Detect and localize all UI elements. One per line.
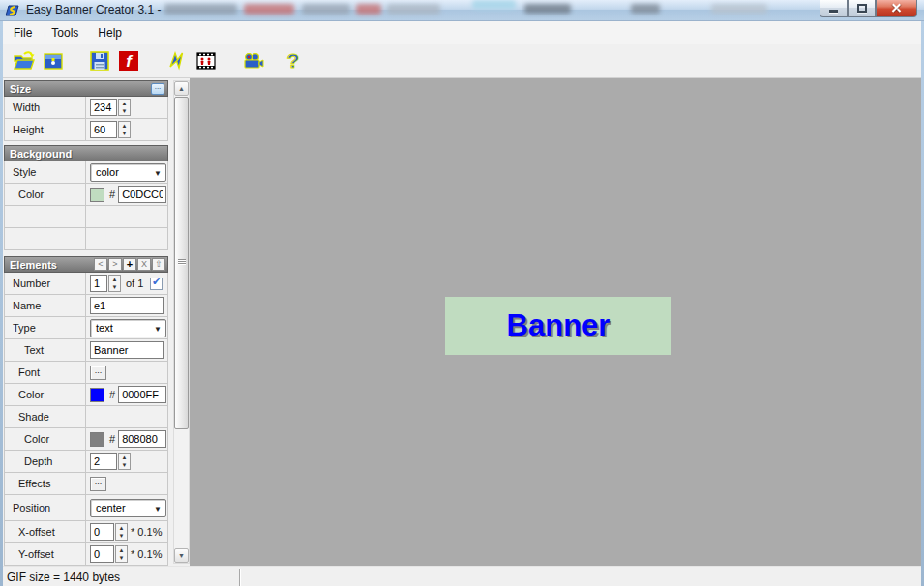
element-delete-button[interactable]: X [137,258,151,271]
maximize-icon [857,4,867,13]
element-next-button[interactable]: > [108,258,122,271]
element-number-input[interactable] [90,275,107,292]
redacted-text-blur [302,4,350,15]
text-color-swatch[interactable] [90,388,104,402]
bg-color-swatch[interactable] [90,188,104,202]
redacted-text-blur [631,4,660,14]
empty-row [4,228,168,250]
element-number-row: Number ▲ ▼ of 1 ✔ [4,273,168,295]
wizard-button[interactable] [40,47,67,74]
spinner-up-icon[interactable]: ▲ [109,276,120,283]
text-color-hex-input[interactable] [118,386,166,403]
x-offset-unit-label: * 0.1% [131,526,162,538]
shade-depth-input[interactable] [90,453,117,470]
element-prev-button[interactable]: < [94,258,107,271]
lightning-icon [165,49,189,73]
element-add-button[interactable]: + [123,258,136,271]
main-content: Size ... Width ▲ ▼ Height ▲ [3,78,921,566]
element-number-spinner: ▲ ▼ [108,275,121,292]
bg-color-hex-input[interactable] [118,186,166,203]
redacted-text-blur [524,4,571,14]
position-dropdown[interactable]: center ▼ [90,499,166,517]
position-label: Position [5,495,86,520]
width-input[interactable] [90,99,117,116]
title-bar[interactable]: Easy Banner Creator 3.1 - [0,0,924,21]
shade-label: Shade [5,406,86,427]
font-label: Font [5,362,86,383]
width-row: Width ▲ ▼ [4,97,168,119]
spinner-down-icon[interactable]: ▼ [119,461,130,469]
element-number-label: Number [5,273,86,294]
font-row: Font ... [4,362,168,384]
height-label: Height [5,119,86,140]
spinner-up-icon[interactable]: ▲ [116,524,127,532]
save-icon [88,49,111,73]
spinner-down-icon[interactable]: ▼ [109,283,120,291]
scroll-down-button[interactable]: ▼ [174,548,189,563]
scrollbar-grip-icon [178,259,186,265]
bg-style-label: Style [5,161,86,183]
y-offset-unit-label: * 0.1% [131,548,162,560]
bg-style-dropdown[interactable]: color ▼ [90,163,166,182]
y-offset-input[interactable] [90,545,114,563]
menu-help[interactable]: Help [89,23,131,43]
help-icon: ? [282,49,305,73]
menu-file[interactable]: File [5,23,41,43]
scroll-up-button[interactable]: ▲ [174,81,189,96]
bg-color-row: Color # [4,184,168,206]
x-offset-row: X-offset ▲ ▼ * 0.1% [4,521,168,543]
save-button[interactable] [86,47,113,74]
banner-preview[interactable]: Banner [445,297,671,355]
element-type-dropdown[interactable]: text ▼ [90,319,166,337]
redacted-text-blur [472,0,516,9]
minimize-button[interactable] [820,0,848,17]
spinner-up-icon[interactable]: ▲ [119,454,130,461]
app-icon [5,3,20,18]
background-section-header: Background [4,145,168,161]
animate-button[interactable] [164,47,191,74]
filmstrip-button[interactable] [193,47,220,74]
panel-scrollbar[interactable]: ▲ ▼ [173,80,190,564]
maximize-button[interactable] [848,0,876,17]
close-button[interactable] [876,0,917,17]
help-button[interactable]: ? [280,47,307,74]
check-icon: ✔ [152,276,161,288]
scrollbar-thumb[interactable] [174,97,189,429]
size-options-button[interactable]: ... [151,83,164,95]
element-type-label: Type [5,317,86,338]
effects-button[interactable]: ... [90,477,106,491]
shade-color-hex-input[interactable] [118,430,166,448]
shade-color-swatch[interactable] [90,432,104,447]
element-type-row: Type text ▼ [4,317,168,339]
height-spinner: ▲ ▼ [118,121,131,138]
element-name-input[interactable] [90,297,164,314]
x-offset-input[interactable] [90,523,114,541]
spinner-down-icon[interactable]: ▼ [119,107,130,115]
minimize-icon [829,10,838,13]
spinner-up-icon[interactable]: ▲ [119,122,130,130]
height-input[interactable] [90,121,117,138]
scroll-up-icon: ▲ [175,82,188,95]
preview-button[interactable] [239,47,266,74]
spinner-up-icon[interactable]: ▲ [116,546,127,554]
element-move-up-button[interactable]: ⇧ [152,258,165,271]
bg-color-label: Color [5,184,86,205]
element-enabled-checkbox[interactable]: ✔ [150,278,163,290]
spinner-up-icon[interactable]: ▲ [119,100,130,107]
text-color-row: Color # [4,384,168,406]
spinner-down-icon[interactable]: ▼ [119,130,130,137]
element-text-input[interactable] [90,341,164,359]
redacted-text-blur [711,4,767,14]
spinner-down-icon[interactable]: ▼ [116,554,127,562]
flash-export-button[interactable]: f [115,47,142,74]
y-offset-row: Y-offset ▲ ▼ * 0.1% [4,543,168,566]
banner-text: Banner [507,308,611,343]
spinner-down-icon[interactable]: ▼ [116,532,127,540]
menu-tools[interactable]: Tools [43,23,87,43]
chevron-down-icon: ▼ [154,325,162,334]
font-picker-button[interactable]: ... [90,366,106,380]
shade-color-label: Color [5,428,86,450]
text-color-label: Color [5,384,86,405]
open-button[interactable] [11,47,38,74]
properties-panel: Size ... Width ▲ ▼ Height ▲ [4,80,168,566]
